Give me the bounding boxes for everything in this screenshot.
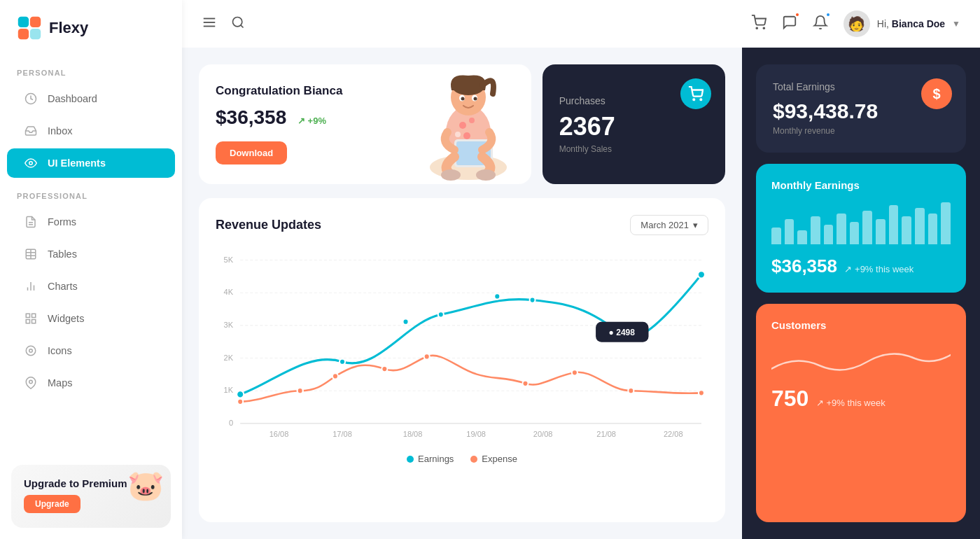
message-badge: [794, 12, 800, 18]
sidebar-item-label: Tables: [48, 248, 77, 260]
congrats-card: Congratulation Bianca $36,358 ↗ +9% Down…: [199, 64, 531, 184]
total-earnings-card: $ Total Earnings $93,438.78 Monthly reve…: [756, 64, 966, 153]
svg-point-5: [29, 162, 33, 165]
search-icon[interactable]: [231, 15, 245, 33]
svg-rect-15: [26, 314, 29, 317]
upgrade-card: Upgrade to Premium Upgrade 🐷: [11, 465, 171, 528]
user-info[interactable]: 🧑 Hi, Bianca Doe ▼: [844, 10, 960, 37]
earnings-dot: [407, 456, 414, 463]
sidebar-item-forms[interactable]: Forms: [7, 207, 175, 237]
revenue-card: Revenue Updates March 2021 ▾ 5K 4K 3K 2K…: [199, 198, 725, 522]
svg-point-32: [469, 118, 475, 123]
svg-point-73: [382, 366, 387, 372]
svg-point-78: [699, 390, 704, 396]
svg-point-25: [233, 17, 242, 26]
svg-point-77: [628, 388, 634, 393]
sidebar-item-tables[interactable]: Tables: [7, 239, 175, 269]
eye-icon: [24, 156, 38, 170]
bar-item: [824, 225, 834, 244]
svg-point-20: [29, 349, 33, 353]
chevron-down-icon: ▼: [952, 19, 960, 29]
svg-point-33: [463, 132, 470, 139]
sidebar-item-icons[interactable]: Icons: [7, 336, 175, 365]
revenue-header: Revenue Updates March 2021 ▾: [216, 215, 708, 235]
customers-growth: ↗ +9% this week: [816, 398, 886, 408]
bar-item: [889, 205, 899, 244]
sidebar-item-label: Widgets: [48, 313, 84, 324]
svg-point-64: [494, 293, 500, 299]
svg-point-28: [763, 27, 764, 29]
monthly-footer: $36,358 ↗ +9% this week: [771, 255, 951, 277]
sidebar-item-label: Dashboard: [48, 93, 97, 104]
expense-label: Expense: [482, 454, 517, 464]
monthly-bar-chart: [771, 202, 951, 244]
bar-item: [797, 230, 807, 244]
top-cards: Congratulation Bianca $36,358 ↗ +9% Down…: [199, 64, 725, 184]
customers-title: Customers: [771, 319, 951, 331]
sidebar-item-charts[interactable]: Charts: [7, 272, 175, 301]
revenue-title: Revenue Updates: [216, 218, 321, 232]
dashboard-wrapper: Congratulation Bianca $36,358 ↗ +9% Down…: [182, 48, 980, 539]
svg-point-67: [698, 271, 705, 278]
user-name: Bianca Doe: [892, 18, 945, 29]
bar-item: [902, 216, 911, 244]
sidebar-item-label: Charts: [48, 281, 78, 292]
earnings-icon-circle: $: [921, 78, 952, 109]
earnings-label: Earnings: [418, 454, 454, 464]
menu-icon[interactable]: [202, 15, 217, 34]
notification-badge: [825, 12, 831, 18]
purchases-icon-circle: [680, 78, 711, 109]
svg-text:16/08: 16/08: [270, 429, 289, 438]
sidebar-item-widgets[interactable]: Widgets: [7, 304, 175, 333]
monthly-earnings-card: Monthly Earnings $36,358 ↗ +9% this week: [756, 164, 966, 293]
message-button[interactable]: [782, 15, 797, 34]
svg-point-71: [298, 388, 303, 393]
upgrade-button[interactable]: Upgrade: [24, 495, 80, 513]
sidebar-item-dashboard[interactable]: Dashboard: [7, 84, 175, 113]
expense-dot: [470, 456, 477, 463]
bar-item: [836, 214, 846, 244]
bar-item: [811, 216, 820, 244]
svg-point-34: [455, 132, 461, 137]
bar-item: [785, 219, 794, 244]
maps-icon: [24, 376, 38, 390]
svg-point-72: [332, 373, 338, 379]
chevron-icon: ▾: [693, 220, 698, 230]
svg-point-70: [237, 399, 243, 405]
cart-button[interactable]: [751, 15, 766, 34]
svg-point-76: [572, 370, 578, 375]
topbar-right: 🧑 Hi, Bianca Doe ▼: [751, 10, 960, 37]
sidebar-item-label: Forms: [48, 216, 76, 227]
svg-rect-18: [32, 320, 36, 323]
svg-line-26: [241, 24, 244, 27]
sidebar-item-ui-elements[interactable]: UI Elements: [7, 148, 175, 178]
month-select[interactable]: March 2021 ▾: [630, 215, 708, 235]
sidebar-bottom: Upgrade to Premium Upgrade 🐷: [0, 454, 182, 539]
svg-text:22/08: 22/08: [664, 429, 683, 438]
svg-text:3K: 3K: [224, 321, 234, 329]
main-content: 🧑 Hi, Bianca Doe ▼ Congratulation Bianca…: [182, 0, 980, 539]
svg-point-21: [29, 380, 33, 384]
earnings-sub: Monthly revenue: [773, 126, 949, 136]
notification-button[interactable]: [813, 15, 828, 34]
sidebar-item-inbox[interactable]: Inbox: [7, 116, 175, 146]
svg-point-63: [438, 312, 444, 317]
app-name: Flexy: [49, 19, 88, 37]
svg-rect-2: [18, 29, 29, 39]
svg-rect-0: [18, 17, 29, 27]
svg-point-62: [403, 319, 409, 325]
monthly-growth: ↗ +9% this week: [844, 264, 913, 274]
svg-point-45: [693, 99, 694, 100]
sidebar-item-maps[interactable]: Maps: [7, 368, 175, 398]
svg-text:17/08: 17/08: [332, 429, 352, 438]
section-label-personal: PERSONAL: [0, 56, 182, 83]
download-button[interactable]: Download: [216, 141, 287, 164]
bar-item: [876, 219, 886, 244]
bar-item: [941, 202, 951, 244]
monthly-title: Monthly Earnings: [771, 179, 951, 191]
earnings-amount: $93,438.78: [773, 99, 949, 123]
svg-point-31: [459, 122, 466, 129]
svg-rect-17: [26, 320, 29, 323]
svg-point-19: [26, 346, 36, 356]
sidebar-item-label: Inbox: [48, 125, 72, 136]
